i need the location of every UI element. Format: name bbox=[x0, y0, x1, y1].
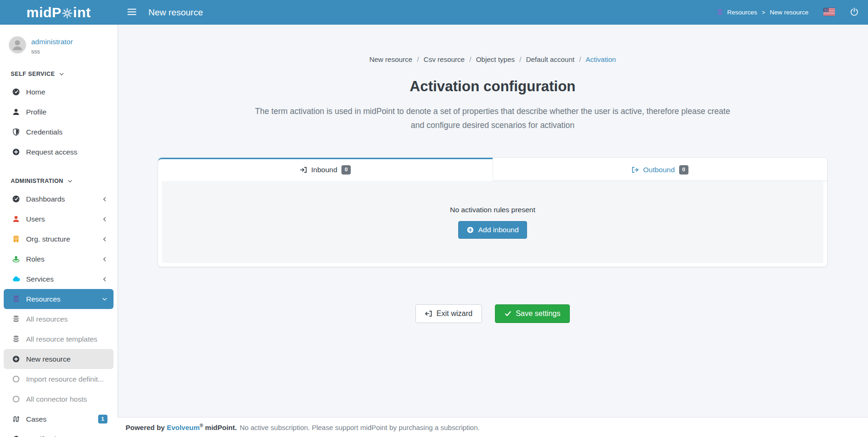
breadcrumb-separator: / bbox=[579, 55, 581, 63]
exit-wizard-label: Exit wizard bbox=[436, 309, 472, 318]
sidebar-nav: SELF SERVICEHomeProfileCredentialsReques… bbox=[0, 71, 117, 437]
cloud-icon bbox=[11, 275, 20, 283]
breadcrumb-item-csv-resource[interactable]: Csv resource bbox=[424, 55, 465, 63]
add-inbound-label: Add inbound bbox=[478, 226, 519, 234]
breadcrumb-separator: > bbox=[762, 9, 765, 16]
chevron-down-icon bbox=[59, 72, 64, 77]
topbar-breadcrumb-item-resources[interactable]: Resources bbox=[727, 9, 757, 16]
logo-text-post: int bbox=[73, 5, 91, 20]
sidebar-item-dashboards[interactable]: Dashboards bbox=[4, 189, 114, 209]
footer-powered-by: Powered by Evolveum® midPoint. bbox=[126, 424, 237, 431]
breadcrumb: New resource/Csv resource/Object types/D… bbox=[117, 55, 868, 63]
gear-icon bbox=[62, 8, 73, 19]
logout-button[interactable] bbox=[850, 7, 859, 18]
user-ring-icon bbox=[11, 255, 20, 263]
page-heading: Activation configuration bbox=[117, 78, 868, 95]
sidebar-item-all-connector-hosts[interactable]: All connector hosts bbox=[4, 389, 114, 409]
chevron-left-icon bbox=[102, 216, 107, 222]
plus-circle-icon bbox=[11, 355, 20, 363]
database-icon bbox=[11, 315, 20, 323]
sidebar-section-administration[interactable]: ADMINISTRATION bbox=[0, 178, 117, 184]
registered-mark: ® bbox=[200, 423, 203, 428]
sign-in-icon bbox=[300, 166, 307, 174]
plus-circle-icon bbox=[11, 148, 20, 156]
database-icon bbox=[11, 295, 20, 303]
evolveum-link[interactable]: Evolveum bbox=[167, 424, 200, 431]
sidebar-item-cases[interactable]: Cases1 bbox=[4, 409, 114, 429]
username-link[interactable]: administrator bbox=[31, 38, 73, 46]
breadcrumb-item-default-account[interactable]: Default account bbox=[526, 55, 574, 63]
breadcrumb-item-new-resource[interactable]: New resource bbox=[369, 55, 413, 63]
locale-flag-button[interactable] bbox=[823, 8, 835, 17]
sidebar-item-import-resource-definit[interactable]: Import resource definit... bbox=[4, 369, 114, 389]
power-icon bbox=[850, 7, 859, 18]
sidebar-item-resources[interactable]: Resources bbox=[4, 289, 114, 309]
breadcrumb-item-activation[interactable]: Activation bbox=[586, 55, 616, 63]
main-content: New resource/Csv resource/Object types/D… bbox=[117, 25, 868, 437]
tachometer-icon bbox=[11, 88, 20, 96]
building-icon bbox=[11, 235, 20, 243]
wizard-actions: Exit wizard Save settings bbox=[117, 304, 868, 323]
person-icon bbox=[11, 38, 24, 53]
breadcrumb-separator: / bbox=[520, 55, 521, 63]
brand-logo[interactable]: midP int bbox=[0, 0, 117, 25]
exit-wizard-button[interactable]: Exit wizard bbox=[415, 304, 481, 323]
seal-icon bbox=[11, 435, 20, 437]
topbar-breadcrumb-item-new-resource[interactable]: New resource bbox=[770, 9, 808, 16]
sidebar-item-home[interactable]: Home bbox=[4, 82, 114, 102]
sidebar-item-org-structure[interactable]: Org. structure bbox=[4, 229, 114, 249]
sidebar-item-new-resource[interactable]: New resource bbox=[4, 349, 114, 369]
circle-icon bbox=[11, 395, 20, 403]
sidebar-item-all-resource-templates[interactable]: All resource templates bbox=[4, 329, 114, 349]
chevron-down-icon bbox=[102, 296, 107, 302]
sidebar-item-profile[interactable]: Profile bbox=[4, 102, 114, 122]
sidebar-section-self-service[interactable]: SELF SERVICE bbox=[0, 71, 117, 77]
sidebar-item-roles[interactable]: Roles bbox=[4, 249, 114, 269]
app-root: midP int New resource Resources > New re… bbox=[0, 0, 868, 437]
chevron-left-icon bbox=[102, 256, 107, 262]
tab-content: No activation rules present Add inbound bbox=[162, 181, 823, 263]
add-inbound-button[interactable]: Add inbound bbox=[458, 221, 527, 239]
sidebar-item-certification[interactable]: Certification bbox=[4, 429, 114, 437]
tab-inbound[interactable]: Inbound 0 bbox=[158, 158, 493, 181]
shield-icon bbox=[11, 128, 20, 136]
user-icon bbox=[11, 108, 20, 116]
check-icon bbox=[504, 310, 512, 317]
topbar-breadcrumb: Resources > New resource bbox=[716, 9, 808, 16]
sidebar-item-request-access[interactable]: Request access bbox=[4, 142, 114, 162]
circle-icon bbox=[11, 375, 20, 383]
plus-circle-icon bbox=[467, 226, 474, 234]
footer-subscription-note: No active subscription. Please support m… bbox=[240, 424, 480, 431]
user-subtitle: sss bbox=[31, 48, 73, 55]
sidebar-item-users[interactable]: Users bbox=[4, 209, 114, 229]
page-title: New resource bbox=[148, 7, 203, 18]
user-panel: administrator sss bbox=[0, 25, 117, 55]
tab-bar: Inbound 0 Outbound 0 bbox=[158, 158, 827, 181]
chevron-down-icon bbox=[67, 179, 73, 184]
footer: Powered by Evolveum® midPoint.No active … bbox=[117, 417, 868, 437]
sidebar-item-all-resources[interactable]: All resources bbox=[4, 309, 114, 329]
tab-outbound-count-badge: 0 bbox=[679, 165, 688, 175]
footer-product: midPoint. bbox=[205, 424, 237, 431]
breadcrumb-separator: / bbox=[469, 55, 471, 63]
breadcrumb-separator: / bbox=[417, 55, 419, 63]
tachometer-icon bbox=[11, 195, 20, 203]
top-bar: midP int New resource Resources > New re… bbox=[0, 0, 868, 25]
exit-icon bbox=[425, 310, 432, 317]
hamburger-icon bbox=[127, 8, 136, 17]
menu-toggle-button[interactable] bbox=[123, 5, 141, 20]
database-icon bbox=[11, 335, 20, 343]
save-settings-button[interactable]: Save settings bbox=[495, 304, 570, 323]
user-icon bbox=[11, 215, 20, 223]
database-icon bbox=[716, 9, 723, 16]
tab-outbound[interactable]: Outbound 0 bbox=[493, 158, 828, 181]
breadcrumb-item-object-types[interactable]: Object types bbox=[476, 55, 514, 63]
sign-out-icon bbox=[632, 166, 639, 174]
page-description: The term activation is used in midPoint … bbox=[250, 104, 736, 132]
sidebar-item-credentials[interactable]: Credentials bbox=[4, 122, 114, 142]
activation-card: Inbound 0 Outbound 0 No activation rules… bbox=[158, 157, 828, 267]
us-flag-icon bbox=[823, 8, 835, 17]
tab-inbound-count-badge: 0 bbox=[341, 165, 351, 175]
sidebar-item-services[interactable]: Services bbox=[4, 269, 114, 289]
avatar[interactable] bbox=[9, 37, 26, 53]
